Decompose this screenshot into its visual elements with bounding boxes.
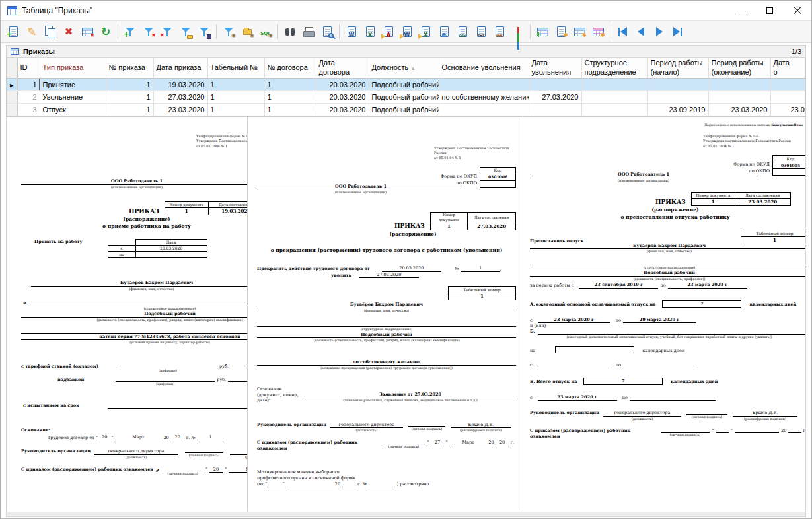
cell-type[interactable]: Увольнение	[40, 90, 106, 103]
col-order-date[interactable]: Дата приказа	[153, 58, 207, 78]
grid-row-2[interactable]: 2 Увольнение 1 27.03.2020 1 1 20.03.2020…	[7, 90, 806, 103]
nav-first-button[interactable]	[614, 23, 631, 40]
cell-order-no[interactable]: 1	[106, 78, 153, 90]
cell-tab-no[interactable]: 1	[207, 78, 264, 90]
cell-period-start[interactable]: 23.09.2019	[647, 103, 708, 116]
cell-last[interactable]	[770, 78, 806, 90]
filter-remove-button[interactable]	[140, 23, 157, 40]
cell-department[interactable]	[581, 78, 647, 90]
cell-department[interactable]	[581, 103, 647, 116]
col-type[interactable]: Тип приказа	[40, 58, 106, 78]
cell-type[interactable]: Отпуск	[40, 103, 106, 116]
chart-button[interactable]	[509, 23, 527, 40]
print-preview-button[interactable]	[318, 23, 336, 40]
grid-row-3[interactable]: 3 Отпуск 1 23.03.2020 1 1 20.03.2020 Под…	[7, 103, 806, 116]
col-id[interactable]: ID	[17, 58, 40, 78]
col-contract-no[interactable]: № договора	[264, 58, 316, 78]
cell-tab-no[interactable]: 1	[207, 90, 264, 103]
document-vacation-order: Подготовлено с использованием системы Ко…	[530, 123, 805, 440]
e-letter-icon	[442, 27, 447, 40]
add-form-button[interactable]	[534, 23, 551, 40]
cell-order-date[interactable]: 27.03.2020	[153, 90, 207, 103]
export-html-button[interactable]	[435, 23, 453, 40]
col-contract-date[interactable]: Дата договора	[316, 58, 369, 78]
cell-dismissal-date[interactable]: 27.03.2020	[529, 90, 581, 103]
close-button[interactable]	[784, 1, 811, 20]
cell-period-start[interactable]	[647, 78, 708, 90]
cell-period-start[interactable]	[647, 90, 708, 103]
cell-contract-date[interactable]: 20.03.2020	[316, 90, 369, 103]
cell-contract-date[interactable]: 20.03.2020	[316, 78, 369, 90]
cell-period-end[interactable]	[708, 78, 770, 90]
col-last[interactable]: Датао	[770, 58, 806, 78]
edit-record-button[interactable]	[23, 23, 40, 40]
export-excel-template-button[interactable]	[417, 23, 434, 40]
print-button[interactable]	[300, 23, 317, 40]
add-record-button[interactable]	[5, 23, 22, 40]
col-dismissal-date[interactable]: Дата увольнения	[529, 58, 581, 78]
grid-row-1[interactable]: ► 1 Принятие 1 19.03.2020 1 1 20.03.2020…	[7, 78, 806, 90]
export-txt-button[interactable]	[472, 23, 490, 40]
cell-last[interactable]: 23.03.2020	[770, 103, 806, 116]
cell-dismissal-reason[interactable]	[439, 103, 529, 116]
cell-order-no[interactable]: 1	[106, 103, 153, 116]
export-word-button[interactable]	[343, 23, 360, 40]
cell-position[interactable]: Подсобный рабочий	[369, 78, 439, 90]
bottom-scroll-strip[interactable]	[6, 512, 806, 517]
minimize-button[interactable]	[728, 1, 756, 20]
cell-dismissal-reason[interactable]: по собственному желанию	[439, 90, 529, 103]
col-period-end[interactable]: Период работы (окончание)	[708, 58, 770, 78]
delete-table-rows-button[interactable]	[79, 23, 96, 40]
sql-view-button[interactable]	[257, 23, 274, 40]
col-dismissal-reason[interactable]: Основание увольнения	[439, 58, 529, 78]
col-tab-no[interactable]: Табельный №	[207, 58, 264, 78]
export-word-template-button[interactable]	[398, 23, 416, 40]
cell-period-end[interactable]	[708, 90, 770, 103]
col-period-start[interactable]: Период работы (начало)	[647, 58, 708, 78]
cell-position[interactable]: Подсобный рабочий	[369, 103, 439, 116]
export-csv-button[interactable]	[454, 23, 471, 40]
cell-contract-no[interactable]: 1	[264, 78, 316, 90]
form-references: Унифицированная форма № Т-1 Утверждена П…	[196, 134, 248, 149]
filter-remove-all-button[interactable]	[159, 23, 176, 40]
cell-id[interactable]: 3	[17, 103, 40, 116]
cell-dismissal-date[interactable]	[529, 78, 581, 90]
cell-department[interactable]	[581, 90, 647, 103]
form-settings-button[interactable]	[552, 23, 570, 40]
nav-next-button[interactable]	[651, 23, 668, 40]
view-settings-button[interactable]	[589, 23, 607, 40]
export-excel-button[interactable]	[361, 23, 379, 40]
cell-order-date[interactable]: 19.03.2020	[153, 78, 207, 90]
cell-last[interactable]	[770, 90, 806, 103]
filter-save-button[interactable]	[196, 23, 213, 40]
export-xml-button[interactable]	[491, 23, 508, 40]
filter-tree-button[interactable]	[239, 23, 256, 40]
cell-dismissal-date[interactable]	[529, 103, 581, 116]
filter-add-button[interactable]	[122, 23, 139, 40]
cell-position[interactable]: Подсобный рабочий	[369, 90, 439, 103]
cell-contract-date[interactable]: 20.03.2020	[316, 103, 369, 116]
cell-order-date[interactable]: 23.03.2020	[153, 103, 207, 116]
filter-show-button[interactable]	[220, 23, 237, 40]
cell-order-no[interactable]: 1	[106, 90, 153, 103]
cell-contract-no[interactable]: 1	[264, 103, 316, 116]
export-pdf-button[interactable]	[380, 23, 397, 40]
cell-period-end[interactable]: 23.03.2020	[708, 103, 770, 116]
cell-id[interactable]: 2	[17, 90, 40, 103]
table-settings-button[interactable]	[571, 23, 588, 40]
col-department[interactable]: Структурное подразделение	[581, 58, 647, 78]
col-order-no[interactable]: № приказа	[106, 58, 153, 78]
refresh-button[interactable]	[97, 23, 114, 40]
cell-contract-no[interactable]: 1	[264, 90, 316, 103]
delete-record-button[interactable]	[60, 23, 77, 40]
search-button[interactable]	[281, 23, 299, 40]
cell-id[interactable]: 1	[17, 78, 40, 90]
nav-last-button[interactable]	[669, 23, 686, 40]
copy-record-button[interactable]	[42, 23, 59, 40]
nav-prev-button[interactable]	[632, 23, 649, 40]
maximize-button[interactable]	[756, 1, 784, 20]
filter-open-button[interactable]	[177, 23, 194, 40]
cell-tab-no[interactable]: 1	[207, 103, 264, 116]
cell-dismissal-reason[interactable]	[439, 78, 529, 90]
col-position[interactable]: Должность ▲	[369, 58, 439, 78]
